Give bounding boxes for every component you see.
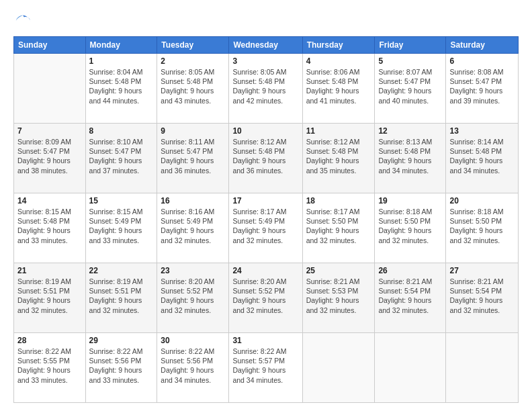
weekday-header-tuesday: Tuesday <box>157 37 229 54</box>
calendar-cell: 6Sunrise: 8:08 AM Sunset: 5:47 PM Daylig… <box>446 54 519 124</box>
calendar-week-row: 21Sunrise: 8:19 AM Sunset: 5:51 PM Dayli… <box>14 263 519 333</box>
day-info: Sunrise: 8:05 AM Sunset: 5:48 PM Dayligh… <box>232 67 298 105</box>
weekday-header-sunday: Sunday <box>14 37 86 54</box>
day-info: Sunrise: 8:11 AM Sunset: 5:47 PM Dayligh… <box>161 137 225 175</box>
day-info: Sunrise: 8:17 AM Sunset: 5:49 PM Dayligh… <box>232 207 298 245</box>
calendar-cell: 5Sunrise: 8:07 AM Sunset: 5:47 PM Daylig… <box>375 54 446 124</box>
day-info: Sunrise: 8:04 AM Sunset: 5:48 PM Dayligh… <box>89 67 154 105</box>
day-info: Sunrise: 8:15 AM Sunset: 5:48 PM Dayligh… <box>17 207 82 245</box>
calendar-cell: 15Sunrise: 8:15 AM Sunset: 5:49 PM Dayli… <box>85 193 157 263</box>
day-info: Sunrise: 8:21 AM Sunset: 5:53 PM Dayligh… <box>306 277 371 315</box>
day-info: Sunrise: 8:22 AM Sunset: 5:57 PM Dayligh… <box>232 347 298 385</box>
day-number: 27 <box>449 266 515 275</box>
calendar-cell: 19Sunrise: 8:18 AM Sunset: 5:50 PM Dayli… <box>375 193 446 263</box>
day-number: 18 <box>306 196 371 205</box>
day-number: 16 <box>161 196 225 205</box>
calendar-cell: 20Sunrise: 8:18 AM Sunset: 5:50 PM Dayli… <box>446 193 519 263</box>
day-info: Sunrise: 8:15 AM Sunset: 5:49 PM Dayligh… <box>89 207 154 245</box>
day-info: Sunrise: 8:14 AM Sunset: 5:48 PM Dayligh… <box>449 137 515 175</box>
calendar-cell <box>14 54 86 124</box>
day-info: Sunrise: 8:16 AM Sunset: 5:49 PM Dayligh… <box>161 207 225 245</box>
day-number: 24 <box>232 266 298 275</box>
day-info: Sunrise: 8:12 AM Sunset: 5:48 PM Dayligh… <box>232 137 298 175</box>
day-number: 8 <box>89 126 154 136</box>
day-number: 28 <box>17 336 82 345</box>
calendar-cell: 2Sunrise: 8:05 AM Sunset: 5:48 PM Daylig… <box>157 54 229 124</box>
weekday-header-monday: Monday <box>85 37 157 54</box>
day-info: Sunrise: 8:07 AM Sunset: 5:47 PM Dayligh… <box>378 67 442 105</box>
calendar-cell: 9Sunrise: 8:11 AM Sunset: 5:47 PM Daylig… <box>157 124 229 193</box>
day-info: Sunrise: 8:17 AM Sunset: 5:50 PM Dayligh… <box>306 207 371 245</box>
day-info: Sunrise: 8:06 AM Sunset: 5:48 PM Dayligh… <box>306 67 371 105</box>
weekday-header-wednesday: Wednesday <box>229 37 302 54</box>
day-number: 26 <box>378 266 442 275</box>
day-number: 17 <box>232 196 298 205</box>
calendar-cell: 12Sunrise: 8:13 AM Sunset: 5:48 PM Dayli… <box>375 124 446 193</box>
calendar-cell: 8Sunrise: 8:10 AM Sunset: 5:47 PM Daylig… <box>85 124 157 193</box>
day-number: 2 <box>161 56 225 66</box>
header <box>13 12 519 31</box>
day-info: Sunrise: 8:20 AM Sunset: 5:52 PM Dayligh… <box>161 277 225 315</box>
day-number: 10 <box>232 126 298 136</box>
logo <box>13 12 35 31</box>
weekday-header-saturday: Saturday <box>446 37 519 54</box>
day-info: Sunrise: 8:09 AM Sunset: 5:47 PM Dayligh… <box>17 137 82 175</box>
calendar-cell: 26Sunrise: 8:21 AM Sunset: 5:54 PM Dayli… <box>375 263 446 333</box>
calendar-cell: 10Sunrise: 8:12 AM Sunset: 5:48 PM Dayli… <box>229 124 302 193</box>
calendar-cell: 22Sunrise: 8:19 AM Sunset: 5:51 PM Dayli… <box>85 263 157 333</box>
day-info: Sunrise: 8:22 AM Sunset: 5:56 PM Dayligh… <box>161 347 225 385</box>
calendar-cell: 25Sunrise: 8:21 AM Sunset: 5:53 PM Dayli… <box>302 263 375 333</box>
calendar-cell: 14Sunrise: 8:15 AM Sunset: 5:48 PM Dayli… <box>14 193 86 263</box>
calendar-week-row: 7Sunrise: 8:09 AM Sunset: 5:47 PM Daylig… <box>14 124 519 193</box>
weekday-header-row: SundayMondayTuesdayWednesdayThursdayFrid… <box>14 37 519 54</box>
day-number: 12 <box>378 126 442 136</box>
day-info: Sunrise: 8:19 AM Sunset: 5:51 PM Dayligh… <box>17 277 82 315</box>
day-number: 4 <box>306 56 371 66</box>
weekday-header-friday: Friday <box>375 37 446 54</box>
day-number: 29 <box>89 336 154 345</box>
day-info: Sunrise: 8:10 AM Sunset: 5:47 PM Dayligh… <box>89 137 154 175</box>
day-number: 21 <box>17 266 82 275</box>
calendar-cell: 4Sunrise: 8:06 AM Sunset: 5:48 PM Daylig… <box>302 54 375 124</box>
page: SundayMondayTuesdayWednesdayThursdayFrid… <box>0 0 532 411</box>
day-info: Sunrise: 8:18 AM Sunset: 5:50 PM Dayligh… <box>378 207 442 245</box>
calendar-cell: 30Sunrise: 8:22 AM Sunset: 5:56 PM Dayli… <box>157 333 229 403</box>
calendar-cell: 16Sunrise: 8:16 AM Sunset: 5:49 PM Dayli… <box>157 193 229 263</box>
calendar-week-row: 28Sunrise: 8:22 AM Sunset: 5:55 PM Dayli… <box>14 333 519 403</box>
day-info: Sunrise: 8:18 AM Sunset: 5:50 PM Dayligh… <box>449 207 515 245</box>
day-number: 13 <box>449 126 515 136</box>
calendar-cell: 23Sunrise: 8:20 AM Sunset: 5:52 PM Dayli… <box>157 263 229 333</box>
day-info: Sunrise: 8:19 AM Sunset: 5:51 PM Dayligh… <box>89 277 154 315</box>
day-info: Sunrise: 8:12 AM Sunset: 5:48 PM Dayligh… <box>306 137 371 175</box>
day-info: Sunrise: 8:21 AM Sunset: 5:54 PM Dayligh… <box>449 277 515 315</box>
calendar-cell <box>375 333 446 403</box>
day-number: 1 <box>89 56 154 66</box>
day-number: 6 <box>449 56 515 66</box>
calendar-cell: 28Sunrise: 8:22 AM Sunset: 5:55 PM Dayli… <box>14 333 86 403</box>
day-info: Sunrise: 8:20 AM Sunset: 5:52 PM Dayligh… <box>232 277 298 315</box>
day-number: 19 <box>378 196 442 205</box>
calendar-week-row: 14Sunrise: 8:15 AM Sunset: 5:48 PM Dayli… <box>14 193 519 263</box>
calendar-table: SundayMondayTuesdayWednesdayThursdayFrid… <box>13 36 519 403</box>
calendar-cell: 1Sunrise: 8:04 AM Sunset: 5:48 PM Daylig… <box>85 54 157 124</box>
calendar-cell <box>302 333 375 403</box>
day-info: Sunrise: 8:21 AM Sunset: 5:54 PM Dayligh… <box>378 277 442 315</box>
day-info: Sunrise: 8:05 AM Sunset: 5:48 PM Dayligh… <box>161 67 225 105</box>
calendar-cell: 21Sunrise: 8:19 AM Sunset: 5:51 PM Dayli… <box>14 263 86 333</box>
calendar-cell: 11Sunrise: 8:12 AM Sunset: 5:48 PM Dayli… <box>302 124 375 193</box>
calendar-cell: 17Sunrise: 8:17 AM Sunset: 5:49 PM Dayli… <box>229 193 302 263</box>
calendar-cell: 18Sunrise: 8:17 AM Sunset: 5:50 PM Dayli… <box>302 193 375 263</box>
day-number: 11 <box>306 126 371 136</box>
day-number: 5 <box>378 56 442 66</box>
calendar-cell: 13Sunrise: 8:14 AM Sunset: 5:48 PM Dayli… <box>446 124 519 193</box>
logo-icon <box>13 12 32 31</box>
day-info: Sunrise: 8:13 AM Sunset: 5:48 PM Dayligh… <box>378 137 442 175</box>
day-number: 22 <box>89 266 154 275</box>
calendar-week-row: 1Sunrise: 8:04 AM Sunset: 5:48 PM Daylig… <box>14 54 519 124</box>
day-number: 3 <box>232 56 298 66</box>
calendar-cell: 29Sunrise: 8:22 AM Sunset: 5:56 PM Dayli… <box>85 333 157 403</box>
day-number: 30 <box>161 336 225 345</box>
calendar-cell: 7Sunrise: 8:09 AM Sunset: 5:47 PM Daylig… <box>14 124 86 193</box>
day-number: 31 <box>232 336 298 345</box>
day-number: 14 <box>17 196 82 205</box>
